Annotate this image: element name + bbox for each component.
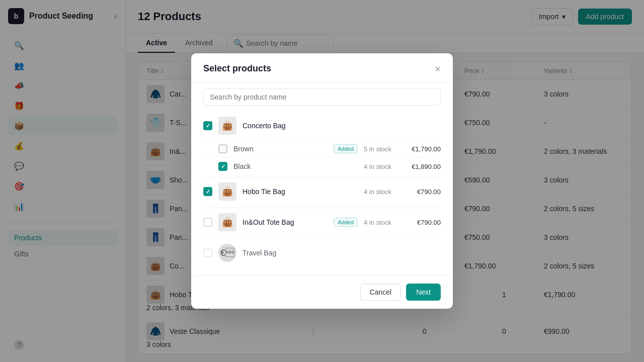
modal-footer: Cancel Next [191, 275, 453, 309]
variant-black-checkbox[interactable] [218, 162, 227, 171]
variant-brown-row: Brown Added 5 in stock €1,790.00 [203, 140, 441, 157]
product-hobo-stock: 4 in stock [364, 188, 391, 196]
modal-product-list: 👜 Concerto Bag Brown Added 5 in stock €1… [191, 112, 453, 275]
product-group-hobo: 👜 Hobo Tie Bag 4 in stock €790.00 [203, 177, 441, 206]
product-travel-thumbnail: € [218, 244, 236, 262]
variant-brown-checkbox[interactable] [218, 144, 227, 153]
variant-brown-added-badge: Added [334, 144, 358, 153]
product-concerto-name: Concerto Bag [243, 122, 441, 130]
product-concerto-thumbnail: 👜 [218, 117, 236, 135]
product-inout-header: 👜 In&Out Tote Bag Added 4 in stock €790.… [203, 208, 441, 236]
variant-black-row: Black 4 in stock €1,890.00 [203, 157, 441, 175]
modal-overlay[interactable]: Select products × 👜 Concerto Bag Brown [0, 0, 644, 362]
product-inout-checkbox[interactable] [203, 218, 212, 227]
product-hobo-checkbox[interactable] [203, 187, 212, 196]
variant-black-name: Black [233, 162, 358, 170]
product-inout-stock: 4 in stock [364, 219, 391, 226]
product-hobo-thumbnail: 👜 [218, 183, 236, 201]
variant-brown-stock: 5 in stock [364, 145, 391, 153]
product-travel-checkbox[interactable] [203, 248, 212, 257]
variant-black-stock: 4 in stock [364, 163, 391, 170]
modal-search-area [191, 82, 453, 112]
product-inout-price: €790.00 [406, 219, 441, 226]
product-group-inout: 👜 In&Out Tote Bag Added 4 in stock €790.… [203, 208, 441, 236]
modal-close-button[interactable]: × [435, 64, 441, 74]
cancel-button[interactable]: Cancel [360, 284, 401, 301]
product-travel-name: Travel Bag [243, 249, 441, 257]
product-group-header: 👜 Concerto Bag [203, 112, 441, 140]
product-concerto-checkbox[interactable] [203, 121, 212, 130]
modal-title: Select products [203, 63, 271, 74]
product-inout-added-badge: Added [334, 218, 358, 227]
product-inout-name: In&Out Tote Bag [243, 218, 328, 226]
product-inout-thumbnail: 👜 [218, 213, 236, 231]
modal-search-input[interactable] [203, 88, 441, 106]
close-icon: × [435, 63, 441, 74]
variant-brown-name: Brown [233, 145, 328, 153]
product-group-travel: € Travel Bag [203, 238, 441, 267]
product-hobo-name: Hobo Tie Bag [243, 188, 358, 196]
variant-black-price: €1,890.00 [406, 163, 441, 170]
select-products-modal: Select products × 👜 Concerto Bag Brown [191, 53, 453, 309]
variant-brown-price: €1,790.00 [406, 145, 441, 153]
modal-header: Select products × [191, 53, 453, 82]
product-hobo-header: 👜 Hobo Tie Bag 4 in stock €790.00 [203, 177, 441, 206]
product-travel-header: € Travel Bag [203, 238, 441, 267]
next-button[interactable]: Next [406, 284, 441, 301]
product-hobo-price: €790.00 [406, 188, 441, 196]
product-group-concerto: 👜 Concerto Bag Brown Added 5 in stock €1… [203, 112, 441, 175]
